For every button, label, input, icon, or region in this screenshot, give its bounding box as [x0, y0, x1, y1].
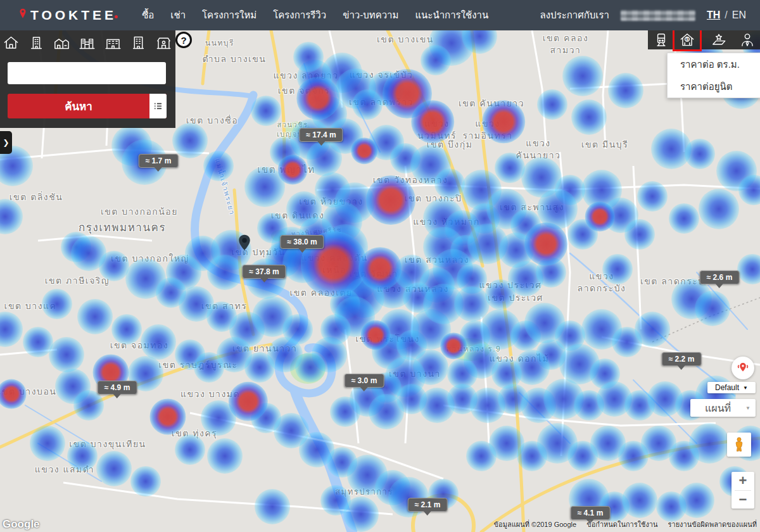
district-label: เขต บางกอกใหญ่: [111, 253, 189, 265]
district-label: เขต ดินแดง: [271, 210, 324, 222]
condo-icon[interactable]: [28, 34, 45, 51]
map-type-dropdown[interactable]: แผนที่ ▼: [690, 399, 756, 417]
my-location-button[interactable]: [732, 357, 754, 379]
map-attribution: ข้อมูลแผนที่ ©2019 Google ข้อกำหนดในการใ…: [494, 519, 757, 530]
district-label: แขวง ประเวศ: [479, 279, 542, 291]
district-label: เขต บางบอน: [0, 386, 56, 398]
pegman-control[interactable]: [727, 433, 751, 457]
zoom-in-button[interactable]: +: [732, 472, 754, 490]
district-label: เขต สาทร: [201, 300, 248, 312]
nav-item[interactable]: ข่าว-บทความ: [343, 8, 398, 23]
district-label: แขวง แสมดำ: [35, 464, 94, 476]
district-label: เขต พญาไท: [257, 163, 315, 176]
district-label: เขต จตุจักร: [278, 85, 330, 97]
main-menu: ซื้อเช่าโครงการใหม่โครงการรีวิวข่าว-บทคว…: [142, 8, 488, 23]
map-pin-marker[interactable]: [236, 231, 253, 255]
district-label: เขต สวนหลวง: [405, 254, 469, 266]
building-type-filter: [3, 34, 172, 51]
user-account-redacted[interactable]: [621, 10, 695, 21]
district-label: เขต ราษฎร์บูรณะ: [158, 359, 238, 371]
brand-pin-icon: [16, 6, 29, 24]
commercial-icon[interactable]: [155, 34, 172, 51]
district-label: นนทบุรี: [205, 38, 234, 48]
district-label: เขต จอมทอง: [110, 339, 169, 352]
zoom-control: + −: [732, 472, 754, 509]
price-label[interactable]: ≈ 4.1 m: [571, 506, 611, 520]
search-input[interactable]: [8, 62, 166, 84]
twin-tower-icon[interactable]: [79, 34, 96, 51]
navbar-right: ลงประกาศกับเรา TH / EN: [540, 8, 746, 23]
district-label: เขต คลองเตย: [289, 287, 352, 299]
district-label: แขวง ลาดกระบัง: [578, 270, 626, 294]
nav-item[interactable]: โครงการรีวิว: [273, 8, 326, 23]
report-error-link[interactable]: รายงานข้อผิดพลาดของแผนที่: [668, 519, 757, 530]
map-layer-toolbar: $: [648, 30, 760, 49]
terms-link[interactable]: ข้อกำหนดในการใช้งาน: [586, 519, 657, 530]
top-navbar: TOOKTEE ซื้อเช่าโครงการใหม่โครงการรีวิวข…: [0, 0, 760, 30]
price-label[interactable]: ≈ 1.7 m: [139, 154, 179, 168]
district-label: กรุงเทพมหานคร: [79, 221, 166, 236]
nav-item[interactable]: แนะนำการใช้งาน: [415, 8, 488, 23]
price-layer-option[interactable]: ราคาต่อ ตร.ม.: [668, 53, 760, 75]
search-panel: ค้นหา: [0, 30, 175, 128]
list-view-icon[interactable]: [149, 94, 167, 118]
help-button[interactable]: ?: [175, 32, 192, 48]
district-label: เขต ทุ่งครุ: [172, 428, 217, 440]
price-layer-dropdown: ราคาต่อ ตร.ม.ราคาต่อยูนิต: [667, 53, 760, 98]
price-label[interactable]: ≈ 4.9 m: [98, 381, 137, 395]
district-label: เขต บางกอกน้อย: [101, 206, 178, 218]
district-label: เขต บางขุนเทียน: [69, 438, 146, 450]
nav-item[interactable]: ซื้อ: [142, 8, 154, 23]
price-label[interactable]: ≈ 2.1 m: [408, 498, 448, 512]
district-label: เขต บางแค: [4, 300, 57, 312]
price-label[interactable]: ≈ 2.6 m: [700, 270, 740, 284]
nav-item[interactable]: เช่า: [170, 8, 186, 23]
district-label: แขวง สวนหลวง: [377, 283, 449, 295]
district-label: เขต พระโขนง: [355, 333, 420, 345]
nav-item[interactable]: โครงการใหม่: [202, 8, 256, 23]
location-pin-icon: [735, 360, 750, 376]
price-label[interactable]: ≈ 3.0 m: [345, 374, 384, 388]
price-label[interactable]: ≈ 37.8 m: [242, 265, 286, 279]
district-label: แขวง บางมด: [180, 388, 240, 400]
price-label[interactable]: ≈ 17.4 m: [299, 128, 343, 142]
apartment-icon[interactable]: [104, 34, 122, 51]
district-label: เขต บางซื่อ: [186, 115, 238, 127]
agent-layer-icon[interactable]: [739, 32, 756, 48]
train-layer-icon[interactable]: [653, 32, 669, 48]
house-icon[interactable]: [3, 34, 20, 51]
district-label: เขต ภาษีเจริญ: [45, 275, 110, 287]
pegman-icon: [731, 436, 747, 453]
district-label: เขต บางนา: [389, 368, 441, 380]
caret-down-icon: ▼: [745, 405, 750, 411]
district-label: แขวง หัวหมาก: [413, 216, 480, 228]
zoom-out-button[interactable]: −: [732, 491, 754, 509]
district-label: เขต บึงกุ่ม: [427, 139, 473, 151]
house-price-layer-icon[interactable]: $: [679, 32, 695, 48]
district-label: เขต ประเวศ: [488, 292, 543, 304]
price-label[interactable]: ≈ 2.2 m: [662, 352, 702, 366]
price-label[interactable]: ≈ 38.0 m: [280, 235, 324, 249]
post-listing-link[interactable]: ลงประกาศกับเรา: [540, 8, 609, 23]
star-area-layer-icon[interactable]: [711, 32, 727, 48]
search-button[interactable]: ค้นหา: [8, 94, 167, 118]
lang-th-button[interactable]: TH: [707, 10, 720, 21]
district-label: สมุทรปราการ: [335, 486, 393, 498]
heatmap-style-dropdown[interactable]: Default ▼: [707, 382, 756, 393]
district-label: แขวง คันนายาว: [516, 137, 561, 162]
district-label: เขต วัฒนา: [349, 268, 398, 280]
lang-en-button[interactable]: EN: [732, 10, 746, 21]
townhouse-icon[interactable]: [53, 34, 70, 51]
district-label: เขต วังทองหลาง: [373, 174, 448, 186]
brand-logo[interactable]: TOOKTEE: [16, 6, 118, 24]
price-layer-option[interactable]: ราคาต่อยูนิต: [668, 75, 760, 98]
district-label: เขต สะพานสูง: [500, 201, 564, 213]
district-label: เขต ยานนาวา: [232, 343, 298, 355]
office-icon[interactable]: [130, 34, 147, 51]
brand-dot: [115, 15, 118, 18]
brand-text: TOOKTEE: [30, 8, 117, 23]
panel-collapse-toggle[interactable]: ❯: [0, 131, 12, 154]
district-label: แขวง ลาดยาว: [273, 70, 338, 82]
district-label: เขต มีนบุรี: [581, 139, 629, 151]
district-label: เขต คันนายาว: [459, 98, 524, 110]
